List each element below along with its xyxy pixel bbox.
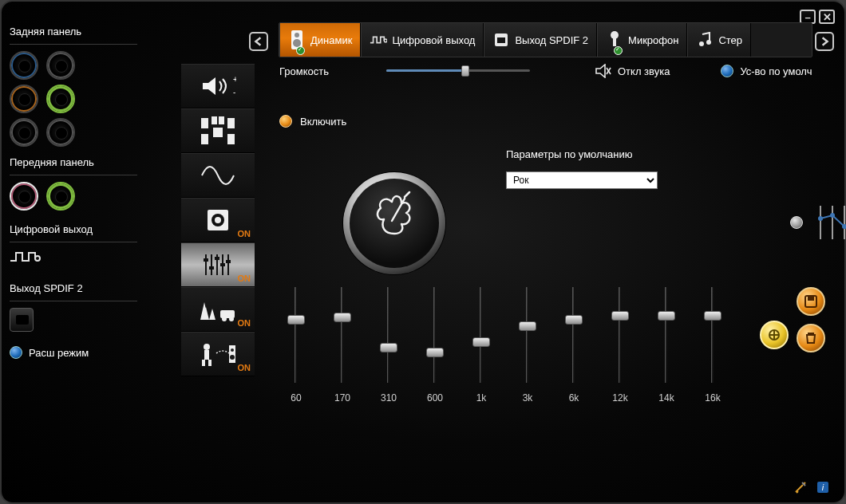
jack-rear-green[interactable] (46, 85, 75, 113)
eq-slider[interactable] (426, 287, 444, 383)
digital-out-icon[interactable] (10, 249, 42, 271)
svg-point-34 (222, 317, 227, 321)
eq-slider[interactable] (704, 287, 721, 383)
preset-rock-knob[interactable] (343, 172, 445, 274)
music-icon (696, 30, 714, 50)
svg-point-7 (611, 31, 619, 39)
default-device-toggle[interactable]: Ус-во по умолч (721, 65, 812, 77)
svg-point-36 (204, 344, 210, 350)
eq-band-600: 600 (420, 287, 450, 404)
eq-band-label: 12k (612, 392, 627, 404)
eq-band-label: 3k (523, 392, 533, 404)
reset-preset-button[interactable] (760, 321, 789, 349)
tab-label: Стер (718, 34, 742, 46)
rear-panel-title: Задняя панель (10, 26, 137, 37)
svg-point-4 (385, 39, 388, 42)
settings-button[interactable] (793, 480, 808, 494)
eq-band-1k: 1k (466, 287, 496, 404)
eq-slider[interactable] (380, 287, 397, 383)
eq-enable-toggle[interactable]: Включить (279, 115, 827, 128)
svg-point-22 (215, 217, 221, 223)
eq-band-label: 1k (476, 392, 487, 404)
cat-sub[interactable]: ON (181, 198, 255, 242)
main-panel: Громкость Откл звука Ус-во по умолч Вклю… (279, 64, 827, 467)
tab-label: Динамик (310, 34, 352, 46)
check-badge-icon (296, 46, 305, 55)
svg-point-54 (818, 216, 823, 221)
eq-slider[interactable] (611, 287, 629, 383)
tabs-scroll-left[interactable] (249, 32, 268, 51)
eq-band-label: 310 (381, 392, 397, 404)
eq-band-label: 600 (427, 392, 443, 404)
jack-rear-side[interactable] (46, 118, 75, 147)
close-button[interactable]: ✕ (819, 10, 835, 24)
info-button[interactable]: i (816, 480, 830, 494)
svg-point-35 (229, 317, 234, 321)
speakers-icon (199, 116, 237, 145)
eq-slider[interactable] (287, 287, 305, 383)
eq-band-label: 170 (334, 392, 350, 404)
eq-slider[interactable] (565, 287, 583, 383)
eq-mini-icon (814, 203, 846, 242)
jack-front-pink[interactable] (10, 182, 38, 211)
tab-stereo-mix[interactable]: Стер (687, 23, 751, 57)
on-badge: ON (238, 318, 251, 328)
tab-spdif2[interactable]: Выход SPDIF 2 (484, 23, 597, 57)
svg-rect-13 (201, 118, 208, 128)
svg-rect-39 (208, 360, 212, 366)
on-badge: ON (238, 229, 251, 238)
preset-select[interactable]: Рок (506, 171, 658, 189)
svg-rect-18 (201, 134, 208, 144)
mute-button[interactable]: Откл звука (595, 64, 670, 78)
eq-band-6k: 6k (559, 287, 589, 404)
cat-environment[interactable]: ON (181, 287, 255, 332)
radio-icon (790, 216, 803, 229)
eq-slider[interactable] (519, 287, 536, 383)
cat-equalizer[interactable]: ON (181, 242, 255, 287)
svg-text:-: - (233, 88, 235, 96)
jack-rear-orange[interactable] (10, 85, 38, 113)
eq-slider[interactable] (472, 287, 490, 383)
eq-band-label: 16k (705, 392, 720, 404)
eq-slider[interactable] (658, 287, 675, 383)
svg-rect-30 (215, 257, 219, 260)
svg-rect-31 (220, 263, 225, 266)
connectors-panel: Задняя панель Передняя панель Цифровой в… (10, 24, 137, 359)
svg-point-55 (830, 213, 835, 218)
tab-digital-out[interactable]: Цифровой выход (361, 23, 484, 57)
volume-label: Громкость (279, 65, 329, 77)
cat-volume[interactable]: +- (181, 64, 255, 108)
spdif2-jack[interactable] (10, 308, 34, 332)
eq-slider[interactable] (334, 287, 351, 383)
radio-icon (721, 65, 733, 77)
delete-preset-button[interactable] (797, 324, 825, 352)
tab-speaker[interactable]: Динамик (279, 23, 361, 57)
eq-band-14k: 14k (651, 287, 682, 404)
radio-icon (279, 115, 292, 128)
eq-graphic-toggle[interactable] (790, 203, 846, 242)
effect-category-column: +- ON ON ON (181, 64, 255, 376)
jack-rear-grey[interactable] (10, 118, 38, 147)
digital-icon (370, 30, 387, 50)
svg-rect-38 (202, 360, 205, 366)
eq-band-16k: 16k (698, 287, 728, 404)
jack-front-green[interactable] (46, 182, 75, 211)
save-preset-button[interactable] (797, 287, 825, 316)
cat-speaker-config[interactable] (181, 108, 255, 153)
eq-preset-buttons (797, 287, 825, 352)
device-tabs: Динамик Цифровой выход Выход SPDIF 2 Мик… (279, 22, 812, 57)
advanced-mode-toggle[interactable]: Расш режим (10, 346, 137, 359)
eq-band-label: 60 (291, 392, 301, 404)
digital-out-title: Цифровой выход (10, 223, 137, 235)
jack-rear-black[interactable] (46, 51, 75, 80)
check-badge-icon (614, 46, 623, 55)
volume-slider[interactable] (386, 65, 530, 77)
eq-band-label: 6k (569, 392, 579, 404)
svg-rect-40 (229, 345, 235, 363)
sine-icon (200, 164, 235, 187)
cat-room[interactable]: ON (181, 332, 255, 376)
jack-rear-blue[interactable] (10, 51, 38, 80)
cat-sine[interactable] (181, 153, 255, 198)
tabs-scroll-right[interactable] (815, 32, 834, 51)
tab-microphone[interactable]: Микрофон (597, 23, 687, 57)
